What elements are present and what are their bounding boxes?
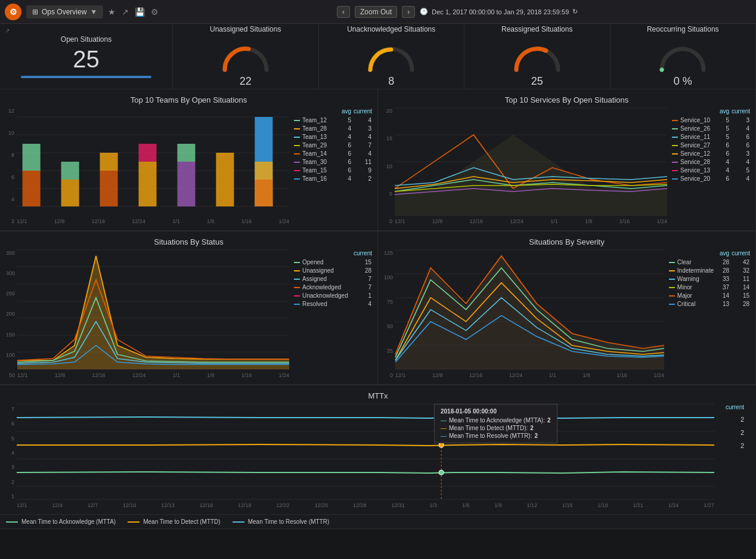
top-teams-panel: Top 10 Teams By Open Situations 12108642 [0, 89, 378, 231]
status-x-axis: 12/112/812/1612/241/11/81/161/24 [17, 372, 289, 378]
legend-team-14: Team_14 64 [294, 150, 371, 157]
mttd-legend-label: Mean Time to Detect (MTTD) [143, 518, 220, 525]
legend-team-16: Team_16 42 [294, 175, 371, 182]
time-range: 🕐 Dec 1, 2017 00:00:00 to Jan 29, 2018 2… [420, 8, 578, 16]
panel-title-unacknowledged: Unacknowledged Situations [347, 25, 435, 33]
title-text: Ops Overview [42, 8, 86, 16]
zoom-out-button[interactable]: Zoom Out [355, 6, 397, 18]
external-link-icon[interactable]: ↗ [5, 27, 10, 34]
legend-minor: Minor 3714 [669, 284, 749, 291]
services-legend: avg current Service_10 53 Service_26 54 … [672, 108, 749, 224]
legend-clear: Clear 2842 [669, 259, 749, 265]
by-severity-panel: Situations By Severity 1251007550250 [378, 231, 756, 385]
svg-point-53 [439, 470, 444, 475]
share-icon[interactable]: ↗ [122, 7, 129, 17]
top-services-title: Top 10 Services By Open Situations [384, 95, 749, 104]
tooltip-mtta-value: 2 [547, 417, 551, 424]
legend-assigned: Assigned 7 [294, 276, 371, 282]
services-y-axis: 20151050 [384, 108, 395, 224]
panel-title-unassigned: Unassigned Situations [210, 25, 281, 33]
tooltip-date: 2018-01-05 00:00:00 [441, 408, 551, 415]
svg-point-52 [439, 443, 444, 447]
legend-unacknowledged: Unacknowledged 1 [294, 292, 371, 299]
by-severity-title: Situations By Severity [384, 237, 749, 246]
services-avg-header: avg [716, 108, 729, 115]
svg-rect-16 [216, 153, 234, 206]
tooltip-mttr-value: 2 [534, 433, 538, 439]
reoccurring-situations-panel: Reoccurring Situations 0 % [611, 24, 757, 89]
top-teams-title: Top 10 Teams By Open Situations [6, 95, 371, 104]
legend-service-12: Service_12 63 [672, 150, 749, 157]
by-severity-content: 1251007550250 [384, 250, 749, 378]
legend-mttd: Mean Time to Detect (MTTD) [128, 518, 220, 525]
status-legend: current Opened 15 Unassigned 28 Assigned… [294, 250, 371, 378]
star-icon[interactable]: ★ [108, 7, 116, 17]
middle-charts-row: Situations By Status 3503002502001501005… [0, 231, 756, 385]
unassigned-gauge [219, 37, 272, 73]
mttx-svg [17, 404, 714, 499]
svg-rect-10 [100, 171, 118, 206]
save-icon[interactable]: 💾 [135, 7, 145, 17]
mttx-current-col: current 2 2 2 [714, 404, 750, 452]
mttx-tooltip: 2018-01-05 00:00:00 — Mean Time to Ackno… [434, 404, 557, 443]
teams-legend: avg current Team_12 54 Team_28 43 Team_1… [294, 108, 371, 224]
severity-chart-area: 12/112/812/1612/241/11/81/161/24 [395, 250, 664, 378]
dashboard-title[interactable]: ⊞ Ops Overview ▼ [26, 5, 103, 18]
unacknowledged-gauge [364, 37, 418, 73]
tooltip-mttd-value: 2 [530, 425, 534, 431]
legend-team-13: Team_13 44 [294, 134, 371, 140]
legend-mttr: Mean Time to Resolve (MTTR) [233, 518, 330, 525]
mttx-mttr-current: 2 [740, 439, 744, 452]
mttr-legend-label: Mean Time to Resolve (MTTR) [248, 518, 330, 525]
teams-svg [17, 108, 289, 215]
svg-rect-15 [177, 144, 195, 162]
panel-title-reassigned: Reassigned Situations [501, 25, 572, 33]
zoom-out-right[interactable]: › [402, 6, 415, 18]
tooltip-mttd-label: Mean Time to Detect (MTTD): [449, 425, 528, 431]
mtta-legend-label: Mean Time to Acknowledge (MTTA) [21, 518, 116, 525]
unacknowledged-value: 8 [388, 75, 394, 88]
legend-team-28: Team_28 43 [294, 125, 371, 132]
legend-service-10: Service_10 53 [672, 117, 749, 123]
unacknowledged-situations-panel: Unacknowledged Situations 8 [319, 24, 465, 89]
severity-avg-header: avg [716, 250, 729, 257]
top-services-content: 20151050 [384, 108, 749, 224]
teams-x-axis: 12/112/812/1612/241/11/81/161/24 [17, 218, 289, 224]
tooltip-mttr-label: Mean Time to Resolve (MTTR): [449, 433, 532, 439]
by-status-panel: Situations By Status 3503002502001501005… [0, 231, 378, 385]
svg-rect-7 [23, 144, 41, 171]
status-chart-area: 12/112/812/1612/241/11/81/161/24 [17, 250, 289, 378]
top-services-panel: Top 10 Services By Open Situations 20151… [378, 89, 756, 231]
services-svg [395, 108, 667, 215]
by-status-content: 35030025020015010050 [6, 250, 371, 378]
app-logo[interactable]: ⚙ [5, 4, 21, 20]
svg-marker-25 [395, 135, 667, 215]
mttx-panel: MTTx 7654321 [0, 385, 756, 515]
services-chart-area: 12/112/812/1612/241/11/81/161/24 [395, 108, 667, 224]
legend-service-28: Service_28 44 [672, 159, 749, 165]
svg-rect-9 [61, 162, 79, 180]
settings-icon[interactable]: ⚙ [151, 7, 159, 17]
svg-rect-11 [100, 153, 118, 171]
legend-mtta: Mean Time to Acknowledge (MTTA) [6, 518, 116, 525]
svg-rect-12 [138, 162, 156, 206]
legend-opened: Opened 15 [294, 259, 371, 265]
status-svg [17, 250, 289, 369]
legend-warning: Warning 3311 [669, 276, 749, 282]
severity-svg [395, 250, 664, 369]
legend-unassigned: Unassigned 28 [294, 267, 371, 274]
unassigned-value: 22 [240, 75, 252, 88]
refresh-icon[interactable]: ↻ [572, 8, 578, 16]
severity-legend: avg current Clear 2842 Indeterminate 283… [669, 250, 749, 378]
grid-icon: ⊞ [32, 8, 38, 16]
reoccurring-value: 0 % [674, 75, 692, 88]
teams-y-axis: 12108642 [6, 108, 17, 224]
time-controls: ‹ Zoom Out › 🕐 Dec 1, 2017 00:00:00 to J… [163, 6, 751, 18]
services-current-header: current [732, 108, 749, 115]
zoom-out-left[interactable]: ‹ [337, 6, 350, 18]
legend-indeterminate: Indeterminate 2832 [669, 267, 749, 274]
status-y-axis: 35030025020015010050 [6, 250, 17, 378]
legend-major: Major 1415 [669, 292, 749, 299]
tooltip-mtta-row: — Mean Time to Acknowledge (MTTA): 2 [441, 417, 551, 424]
tooltip-mttd-row: — Mean Time to Detect (MTTD): 2 [441, 425, 551, 431]
